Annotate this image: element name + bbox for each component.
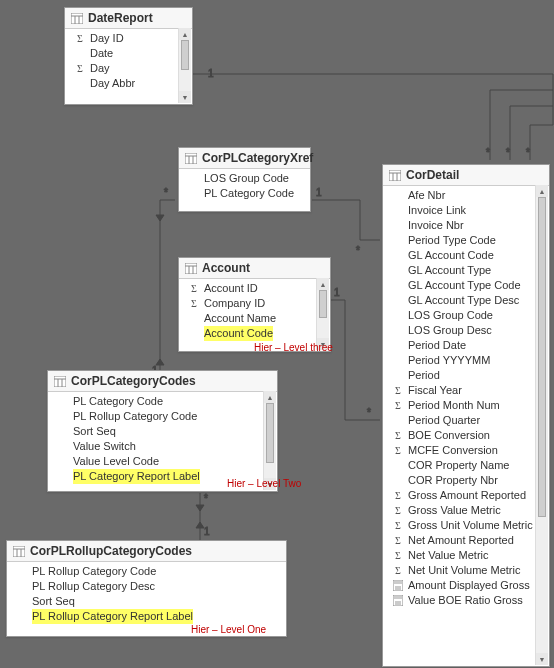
field-row[interactable]: ΣPeriod Month Num (383, 398, 549, 413)
field-row[interactable]: PL Rollup Category Code (48, 409, 277, 424)
svg-point-46 (395, 601, 397, 603)
sigma-icon: Σ (391, 385, 405, 397)
blank-icon (391, 220, 405, 232)
scroll-up-icon[interactable]: ▲ (179, 28, 191, 40)
field-label: Net Amount Reported (408, 533, 514, 548)
field-row[interactable]: COR Property Name (383, 458, 549, 473)
field-label: PL Category Code (73, 394, 163, 409)
table-icon (389, 170, 401, 181)
field-label: Gross Value Metric (408, 503, 501, 518)
field-row[interactable]: Period YYYYMM (383, 353, 549, 368)
scrollbar[interactable]: ▲ ▼ (178, 28, 191, 103)
scrollbar[interactable]: ▲ ▼ (316, 278, 329, 350)
scroll-up-icon[interactable]: ▲ (317, 278, 329, 290)
table-icon (71, 13, 83, 24)
field-row[interactable]: COR Property Nbr (383, 473, 549, 488)
field-row[interactable]: Period Date (383, 338, 549, 353)
table-header[interactable]: Account (179, 258, 330, 279)
field-row[interactable]: ΣNet Unit Volume Metric (383, 563, 549, 578)
field-label: Period Month Num (408, 398, 500, 413)
scroll-thumb[interactable] (181, 40, 189, 70)
field-row[interactable]: PL Rollup Category Report Label (7, 609, 286, 624)
field-row[interactable]: Period Type Code (383, 233, 549, 248)
blank-icon (187, 328, 201, 340)
table-header[interactable]: CorPLCategoryXref (179, 148, 310, 169)
table-corplcategoryxref[interactable]: CorPLCategoryXref LOS Group CodePL Categ… (178, 147, 311, 212)
scrollbar[interactable]: ▲ ▼ (263, 391, 276, 490)
table-header[interactable]: DateReport (65, 8, 192, 29)
field-row[interactable]: Invoice Nbr (383, 218, 549, 233)
field-row[interactable]: LOS Group Code (383, 308, 549, 323)
field-row[interactable]: ΣNet Amount Reported (383, 533, 549, 548)
field-row[interactable]: LOS Group Desc (383, 323, 549, 338)
field-row[interactable]: PL Rollup Category Code (7, 564, 286, 579)
annotation-level-three: Hier – Level three (254, 342, 333, 353)
svg-rect-32 (389, 170, 401, 181)
field-row[interactable]: GL Account Type Code (383, 278, 549, 293)
field-row[interactable]: ΣAccount ID (179, 281, 330, 296)
field-row[interactable]: Afe Nbr (383, 188, 549, 203)
field-row[interactable]: ΣMCFE Conversion (383, 443, 549, 458)
table-header[interactable]: CorPLCategoryCodes (48, 371, 277, 392)
table-cordetail[interactable]: CorDetail Afe NbrInvoice LinkInvoice Nbr… (382, 164, 550, 667)
field-label: Account Code (204, 326, 273, 341)
field-row[interactable]: ΣGross Value Metric (383, 503, 549, 518)
calculator-icon (391, 595, 405, 607)
field-row[interactable]: ΣCompany ID (179, 296, 330, 311)
field-row[interactable]: Account Name (179, 311, 330, 326)
field-row[interactable]: ΣDay (65, 61, 192, 76)
scroll-thumb[interactable] (538, 197, 546, 517)
blank-icon (391, 370, 405, 382)
field-row[interactable]: Value Level Code (48, 454, 277, 469)
scroll-down-icon[interactable]: ▼ (536, 653, 548, 665)
scrollbar[interactable]: ▲ ▼ (535, 185, 548, 665)
field-row[interactable]: Date (65, 46, 192, 61)
field-row[interactable]: GL Account Code (383, 248, 549, 263)
field-row[interactable]: Period Quarter (383, 413, 549, 428)
field-row[interactable]: Invoice Link (383, 203, 549, 218)
field-row[interactable]: GL Account Type (383, 263, 549, 278)
table-corplcategorycodes[interactable]: CorPLCategoryCodes PL Category CodePL Ro… (47, 370, 278, 492)
field-row[interactable]: Value Switch (48, 439, 277, 454)
field-list: PL Category CodePL Rollup Category CodeS… (48, 392, 277, 488)
sigma-icon: Σ (391, 505, 405, 517)
scroll-thumb[interactable] (319, 290, 327, 318)
field-row[interactable]: ΣGross Amount Reported (383, 488, 549, 503)
field-row[interactable]: PL Category Code (48, 394, 277, 409)
field-row[interactable]: GL Account Type Desc (383, 293, 549, 308)
field-row[interactable]: LOS Group Code (179, 171, 310, 186)
field-label: GL Account Type Desc (408, 293, 519, 308)
scroll-up-icon[interactable]: ▲ (536, 185, 548, 197)
field-row[interactable]: Sort Seq (7, 594, 286, 609)
svg-text:1: 1 (316, 187, 322, 198)
table-account[interactable]: Account ΣAccount IDΣCompany IDAccount Na… (178, 257, 331, 352)
field-row[interactable]: Sort Seq (48, 424, 277, 439)
scroll-down-icon[interactable]: ▼ (179, 91, 191, 103)
table-header[interactable]: CorDetail (383, 165, 549, 186)
field-row[interactable]: ΣFiscal Year (383, 383, 549, 398)
blank-icon (56, 426, 70, 438)
scroll-thumb[interactable] (266, 403, 274, 463)
scroll-up-icon[interactable]: ▲ (264, 391, 276, 403)
field-row[interactable]: ΣBOE Conversion (383, 428, 549, 443)
field-row[interactable]: ΣGross Unit Volume Metric (383, 518, 549, 533)
blank-icon (73, 48, 87, 60)
field-row[interactable]: Value BOE Ratio Gross (383, 593, 549, 608)
field-label: Invoice Link (408, 203, 466, 218)
table-header[interactable]: CorPLRollupCategoryCodes (7, 541, 286, 562)
field-label: Amount Displayed Gross (408, 578, 530, 593)
field-row[interactable]: PL Rollup Category Desc (7, 579, 286, 594)
field-label: COR Property Nbr (408, 473, 498, 488)
field-row[interactable]: Account Code (179, 326, 330, 341)
table-corplrollupcategorycodes[interactable]: CorPLRollupCategoryCodes PL Rollup Categ… (6, 540, 287, 637)
field-label: Day (90, 61, 110, 76)
field-row[interactable]: Day Abbr (65, 76, 192, 91)
table-datereport[interactable]: DateReport ΣDay IDDateΣDayDay Abbr ▲ ▼ (64, 7, 193, 105)
field-row[interactable]: Period (383, 368, 549, 383)
field-row[interactable]: Amount Displayed Gross (383, 578, 549, 593)
field-row[interactable]: ΣDay ID (65, 31, 192, 46)
field-row[interactable]: ΣNet Value Metric (383, 548, 549, 563)
table-icon (185, 263, 197, 274)
field-row[interactable]: PL Category Code (179, 186, 310, 201)
svg-text:1: 1 (208, 68, 214, 79)
